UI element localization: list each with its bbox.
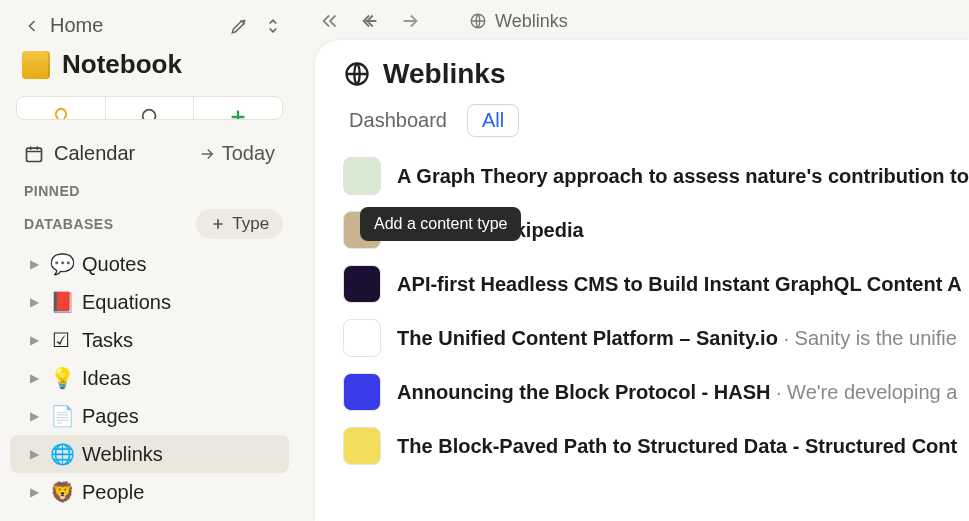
list-item[interactable]: API-first Headless CMS to Build Instant … [343, 257, 969, 311]
disclosure-triangle-icon[interactable]: ▶ [30, 447, 40, 461]
disclosure-triangle-icon[interactable]: ▶ [30, 409, 40, 423]
notebook-icon [22, 51, 50, 79]
db-label: Pages [82, 405, 139, 428]
db-icon: 📄 [50, 404, 72, 428]
notebook-header[interactable]: Notebook [0, 45, 299, 92]
sidebar-item-tasks[interactable]: ▶☑Tasks [10, 321, 289, 359]
list-item[interactable]: The Block-Paved Path to Structured Data … [343, 419, 969, 473]
thumbnail [343, 265, 381, 303]
sidebar-item-quotes[interactable]: ▶💬Quotes [10, 245, 289, 283]
nav-back-icon[interactable] [359, 10, 381, 32]
disclosure-triangle-icon[interactable]: ▶ [30, 333, 40, 347]
db-label: People [82, 481, 144, 504]
globe-icon [343, 60, 371, 88]
arrow-right-icon [198, 145, 216, 163]
list-item[interactable]: A Graph Theory approach to assess nature… [343, 149, 969, 203]
disclosure-triangle-icon[interactable]: ▶ [30, 257, 40, 271]
db-icon: 🌐 [50, 442, 72, 466]
thumbnail [343, 157, 381, 195]
db-icon: 🦁 [50, 480, 72, 504]
disclosure-triangle-icon[interactable]: ▶ [30, 295, 40, 309]
tab-dashboard[interactable]: Dashboard [343, 105, 453, 136]
sidebar-item-weblinks[interactable]: ▶🌐Weblinks [10, 435, 289, 473]
breadcrumb[interactable]: Weblinks [469, 11, 568, 32]
expand-icon[interactable] [263, 16, 283, 36]
arrow-left-icon [22, 16, 42, 36]
settings-icon[interactable] [229, 16, 249, 36]
nav-first-icon[interactable] [319, 10, 341, 32]
sidebar-item-people[interactable]: ▶🦁People [10, 473, 289, 511]
home-label: Home [50, 14, 103, 37]
tab-all[interactable]: All [467, 104, 519, 137]
disclosure-triangle-icon[interactable]: ▶ [30, 485, 40, 499]
db-label: Tasks [82, 329, 133, 352]
today-label: Today [222, 142, 275, 165]
sidebar-item-equations[interactable]: ▶📕Equations [10, 283, 289, 321]
calendar-icon [24, 144, 44, 164]
disclosure-triangle-icon[interactable]: ▶ [30, 371, 40, 385]
databases-section-label: DATABASES [24, 216, 114, 232]
today-link[interactable]: Today [198, 142, 275, 165]
idea-button[interactable] [17, 97, 106, 120]
db-label: Weblinks [82, 443, 163, 466]
nav-forward-icon[interactable] [399, 10, 421, 32]
search-button[interactable] [106, 97, 195, 120]
notebook-title: Notebook [62, 49, 182, 80]
item-title: The Unified Content Platform – Sanity.io… [397, 327, 957, 350]
add-button[interactable] [194, 97, 282, 120]
db-icon: 💡 [50, 366, 72, 390]
add-type-button[interactable]: Type [196, 209, 283, 239]
thumbnail [343, 373, 381, 411]
sidebar-item-ideas[interactable]: ▶💡Ideas [10, 359, 289, 397]
thumbnail [343, 427, 381, 465]
list-item[interactable]: Announcing the Block Protocol - HASH · W… [343, 365, 969, 419]
type-label: Type [232, 214, 269, 234]
db-label: Quotes [82, 253, 146, 276]
item-title: A Graph Theory approach to assess nature… [397, 165, 969, 188]
home-link[interactable]: Home [22, 14, 103, 37]
sidebar-item-pages[interactable]: ▶📄Pages [10, 397, 289, 435]
item-title: The Block-Paved Path to Structured Data … [397, 435, 957, 458]
thumbnail [343, 319, 381, 357]
db-label: Ideas [82, 367, 131, 390]
db-icon: ☑ [50, 328, 72, 352]
calendar-label: Calendar [54, 142, 135, 165]
calendar-link[interactable]: Calendar [24, 142, 135, 165]
page-title: Weblinks [383, 58, 505, 90]
item-title: Announcing the Block Protocol - HASH · W… [397, 381, 957, 404]
add-type-tooltip: Add a content type [360, 207, 521, 241]
pinned-section-label: PINNED [0, 175, 299, 203]
item-title: API-first Headless CMS to Build Instant … [397, 273, 961, 296]
svg-point-0 [243, 20, 245, 22]
svg-point-1 [142, 110, 155, 120]
db-icon: 💬 [50, 252, 72, 276]
list-item[interactable]: The Unified Content Platform – Sanity.io… [343, 311, 969, 365]
breadcrumb-label: Weblinks [495, 11, 568, 32]
plus-icon [210, 216, 226, 232]
svg-rect-2 [27, 148, 42, 161]
db-icon: 📕 [50, 290, 72, 314]
action-bar [16, 96, 283, 120]
db-label: Equations [82, 291, 171, 314]
globe-icon [469, 12, 487, 30]
